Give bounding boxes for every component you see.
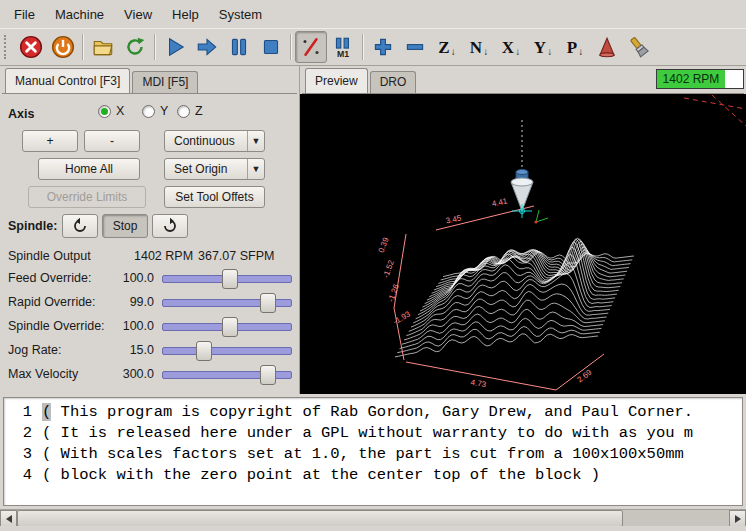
slider-track[interactable] (162, 347, 292, 355)
slider-handle[interactable] (260, 365, 276, 385)
tab-dro[interactable]: DRO (370, 71, 417, 93)
preview-wrap: 0.39 -1.52 -1.26 -1.93 4.73 2.69 3.45 4.… (300, 94, 746, 394)
line-number: 4 (4, 465, 32, 486)
stop-program-icon (259, 35, 283, 59)
jog-mode-select[interactable]: Continuous ▼ (164, 130, 265, 152)
clear-plot-button[interactable] (623, 31, 655, 63)
preview-background (300, 94, 746, 394)
scroll-left-button[interactable] (0, 510, 17, 527)
menu-system[interactable]: System (209, 2, 272, 27)
spindle-output-label: Spindle Output (8, 249, 91, 263)
toolbar-separator (82, 34, 84, 60)
scroll-left-icon (6, 515, 12, 523)
tab-manual-control[interactable]: Manual Control [F3] (5, 68, 130, 93)
slider-handle[interactable] (196, 341, 212, 361)
axis-radio-x[interactable]: X (98, 104, 124, 118)
chevron-down-icon: ▼ (247, 159, 264, 179)
view-perspective-button[interactable]: P↓ (559, 31, 591, 63)
jog-minus-button[interactable]: - (84, 130, 140, 152)
toggle-skip-lines-button[interactable] (295, 31, 327, 63)
window-bottom-edge (0, 526, 746, 531)
slider-row: Max Velocity300.0 (0, 364, 299, 386)
slider-row: Rapid Override:99.0 (0, 292, 299, 314)
reload-file-button[interactable] (119, 31, 151, 63)
run-program-button[interactable] (159, 31, 191, 63)
toggle-optional-pause-button[interactable]: M1 (327, 31, 359, 63)
override-limits-button[interactable]: Override Limits (28, 186, 146, 208)
run-program-icon (163, 35, 187, 59)
view-top-rotated-button[interactable]: N↓ (463, 31, 495, 63)
linuxcnc-window: FileMachineViewHelpSystem M1Z↓N↓X↓Y↓P↓ M… (0, 0, 746, 531)
home-all-button[interactable]: Home All (38, 158, 140, 180)
axis-radio-label: X (116, 104, 124, 118)
slider[interactable] (162, 292, 292, 314)
menu-help[interactable]: Help (162, 2, 209, 27)
toggle-skip-lines-icon (299, 35, 323, 59)
gcode-line[interactable]: 2( It is released here under a GPL witho… (4, 423, 742, 444)
spindle-rpm-value: 1402 RPM (134, 249, 193, 263)
view-top-rotated-arrow-icon: ↓ (483, 47, 488, 57)
gcode-line[interactable]: 3( With scales factors set at 1.0, the p… (4, 444, 742, 465)
open-file-button[interactable] (87, 31, 119, 63)
estop-icon (19, 35, 43, 59)
radio-icon (142, 105, 155, 118)
axis-radio-label: Z (195, 104, 203, 118)
slider[interactable] (162, 316, 292, 338)
spindle-cw-button[interactable] (152, 214, 188, 238)
preview-canvas[interactable]: 0.39 -1.52 -1.26 -1.93 4.73 2.69 3.45 4.… (300, 94, 746, 394)
gcode-panel: 1( This program is copyright of Rab Gord… (0, 394, 746, 509)
slider[interactable] (162, 340, 292, 362)
zoom-out-button[interactable] (399, 31, 431, 63)
zoom-in-button[interactable] (367, 31, 399, 63)
tab-preview[interactable]: Preview (305, 68, 368, 93)
slider[interactable] (162, 364, 292, 386)
slider-handle[interactable] (222, 317, 238, 337)
set-tool-offsets-button[interactable]: Set Tool Offets (164, 186, 265, 208)
view-perspective-letter: P (567, 39, 577, 56)
toolbar-grip (4, 35, 11, 59)
zoom-in-icon (371, 35, 395, 59)
view-top-button[interactable]: Z↓ (431, 31, 463, 63)
spindle-stop-button[interactable]: Stop (102, 214, 148, 238)
spindle-ccw-button[interactable] (62, 214, 98, 238)
text-cursor: ( (42, 403, 51, 421)
tool-shank-top (516, 169, 528, 174)
menu-view[interactable]: View (114, 2, 162, 27)
slider-label: Max Velocity (8, 367, 78, 381)
scroll-right-icon (735, 515, 741, 523)
gcode-text-area[interactable]: 1( This program is copyright of Rab Gord… (3, 397, 743, 506)
machine-power-button[interactable] (47, 31, 79, 63)
axis-radio-z[interactable]: Z (177, 104, 203, 118)
slider-value: 15.0 (96, 343, 154, 357)
slider-value: 300.0 (96, 367, 154, 381)
view-front-arrow-icon: ↓ (547, 47, 552, 57)
horizontal-scrollbar[interactable] (0, 509, 746, 526)
stop-program-button[interactable] (255, 31, 287, 63)
slider[interactable] (162, 268, 292, 290)
step-program-button[interactable] (191, 31, 223, 63)
view-front-letter: Y (534, 39, 546, 56)
tab-mdi[interactable]: MDI [F5] (132, 71, 198, 93)
view-top-letter: Z (438, 39, 449, 56)
gcode-line[interactable]: 4( block with the zero point at the cent… (4, 465, 742, 486)
view-front-button[interactable]: Y↓ (527, 31, 559, 63)
pause-program-button[interactable] (223, 31, 255, 63)
jog-plus-button[interactable]: + (22, 130, 78, 152)
gcode-line[interactable]: 1( This program is copyright of Rab Gord… (4, 402, 742, 423)
view-perspective-arrow-icon: ↓ (578, 47, 583, 57)
scrollbar-thumb[interactable] (17, 510, 623, 527)
view-side-button[interactable]: X↓ (495, 31, 527, 63)
slider-handle[interactable] (222, 269, 238, 289)
set-origin-select[interactable]: Set Origin ▼ (164, 158, 265, 180)
rotate-view-button[interactable] (591, 31, 623, 63)
slider-handle[interactable] (260, 293, 276, 313)
menu-file[interactable]: File (4, 2, 45, 27)
toolbar-separator (154, 34, 156, 60)
menu-machine[interactable]: Machine (45, 2, 114, 27)
slider-row: Feed Override:100.0 (0, 268, 299, 290)
pause-program-icon (227, 35, 251, 59)
scroll-right-button[interactable] (729, 510, 746, 527)
estop-button[interactable] (15, 31, 47, 63)
axis-radio-y[interactable]: Y (142, 104, 168, 118)
view-top-rotated-letter: N (470, 39, 482, 56)
